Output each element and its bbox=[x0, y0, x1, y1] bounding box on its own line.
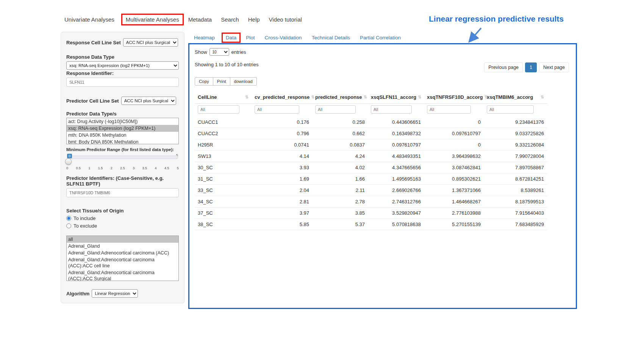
column-filter-input[interactable] bbox=[371, 105, 412, 114]
min-predictor-range-label: Minimum Predictor Range (for first liste… bbox=[66, 147, 179, 152]
value-cell: 0.0741 bbox=[252, 139, 312, 151]
tab-heatmap[interactable]: Heatmap bbox=[194, 35, 215, 41]
nav-item-video-tutorial[interactable]: Video tutorial bbox=[269, 16, 302, 23]
tab-data[interactable]: Data bbox=[222, 33, 241, 43]
column-header-xsqslfn11-accorg[interactable]: xsqSLFN11_accorg⇅ bbox=[368, 91, 424, 104]
listbox-option-act-drug-activity-log10-ic50m[interactable]: act: Drug Activity (-log10[IC50M]) bbox=[67, 118, 178, 125]
value-cell: 1.495695163 bbox=[368, 173, 424, 185]
value-cell: 0 bbox=[424, 117, 484, 128]
column-filter-input[interactable] bbox=[487, 105, 534, 114]
column-filter-input[interactable] bbox=[198, 105, 239, 114]
copy-button[interactable]: Copy bbox=[195, 77, 213, 86]
slider-tick-label: 4.5 bbox=[164, 166, 169, 170]
value-cell: 2.81 bbox=[252, 196, 312, 208]
tissue-origin-list[interactable]: allAdrenal_GlandAdrenal_Gland:Adrenocort… bbox=[66, 236, 179, 281]
algorithm-select[interactable]: Linear Regression bbox=[92, 289, 138, 298]
nav-item-help[interactable]: Help bbox=[248, 16, 260, 23]
tab-technical-details[interactable]: Technical Details bbox=[312, 35, 350, 41]
download-button[interactable]: download bbox=[230, 77, 257, 86]
slider-track[interactable] bbox=[67, 156, 178, 159]
slider-handle[interactable] bbox=[65, 158, 72, 165]
column-filter-input[interactable] bbox=[255, 105, 299, 114]
predictor-identifiers-label: Predictor Identifiers: (Case-Sensitive, … bbox=[66, 175, 179, 187]
annotation-arrow-icon bbox=[466, 27, 484, 44]
value-cell: 4.14 bbox=[252, 151, 312, 162]
min-predictor-range-slider[interactable]: 0 5 00.511.522.533.544.55 bbox=[66, 153, 179, 172]
tissue-origin-label: Select Tissue/s of Origin bbox=[66, 208, 179, 214]
nav-item-univariate-analyses[interactable]: Univariate Analyses bbox=[64, 16, 114, 23]
sort-icon[interactable]: ⇅ bbox=[245, 95, 249, 100]
predictor-data-type-list[interactable]: act: Drug Activity (-log10[IC50M])xsq: R… bbox=[66, 118, 179, 144]
table-filter-row bbox=[195, 104, 547, 117]
sort-icon[interactable]: ⇅ bbox=[541, 95, 544, 100]
listbox-option-mth-dna-850k-methylation[interactable]: mth: DNA 850K Methylation bbox=[67, 132, 178, 139]
include-radio-input[interactable] bbox=[66, 216, 71, 221]
column-header-label: xsqSLFN11_accorg bbox=[371, 94, 416, 100]
slider-value-badge: 0 bbox=[67, 154, 72, 158]
tab-partial-correlation[interactable]: Partial Correlation bbox=[360, 35, 401, 41]
column-header-xsqtmbim6-accorg[interactable]: xsqTMBIM6_accorg⇅ bbox=[484, 91, 547, 104]
column-header-label: cv_predicted_response bbox=[255, 94, 309, 100]
column-header-label: xsqTMBIM6_accorg bbox=[487, 94, 533, 100]
sort-icon[interactable]: ⇅ bbox=[311, 95, 314, 100]
nav-item-multivariate-analyses[interactable]: Multivariate Analyses bbox=[121, 14, 184, 25]
response-cell-line-set-select[interactable]: ACC NCI plus Surgical bbox=[123, 38, 178, 47]
column-header-predicted-response[interactable]: predicted_response⇅ bbox=[312, 91, 368, 104]
value-cell: 7.915640403 bbox=[484, 208, 547, 219]
value-cell: 2.04 bbox=[252, 185, 312, 196]
value-cell: 9.234841376 bbox=[484, 117, 547, 128]
column-header-label: CellLine bbox=[198, 94, 217, 100]
column-header-xsqtnfrsf10d-accorg[interactable]: xsqTNFRSF10D_accorg⇅ bbox=[424, 91, 484, 104]
table-row: 34_SC2.812.782.7463127661.4646682678.187… bbox=[195, 196, 547, 208]
value-cell: 1.66 bbox=[312, 173, 368, 185]
listbox-option-adrenal-gland-adrenocortical-carcinoma-acc[interactable]: Adrenal_Gland:Adrenocortical carcinoma (… bbox=[67, 250, 178, 256]
predictor-identifiers-input[interactable] bbox=[66, 188, 179, 197]
slider-tick-label: 5 bbox=[177, 166, 179, 170]
cellline-cell: 38_SC bbox=[195, 219, 252, 230]
tissue-include-radio[interactable]: To include bbox=[66, 215, 179, 221]
nav-item-metadata[interactable]: Metadata bbox=[188, 16, 212, 23]
listbox-option-xsq-rna-seq-expression-log2-fpkm-1[interactable]: xsq: RNA-seq Expression (log2 FPKM+1) bbox=[67, 125, 178, 132]
results-table: CellLine⇅cv_predicted_response⇅predicted… bbox=[195, 91, 547, 230]
column-header-cellline[interactable]: CellLine⇅ bbox=[195, 91, 252, 104]
value-cell: 3.964398632 bbox=[424, 151, 484, 162]
value-cell: 2.11 bbox=[312, 185, 368, 196]
value-cell: 1.464668267 bbox=[424, 196, 484, 208]
column-filter-input[interactable] bbox=[315, 105, 356, 114]
sort-icon[interactable]: ⇅ bbox=[418, 95, 421, 100]
listbox-option-adrenal-gland-adrenocortical-carcinoma-acc-acc-cell-line[interactable]: Adrenal_Gland:Adrenocortical carcinoma (… bbox=[67, 256, 178, 269]
value-cell: 0.176 bbox=[252, 117, 312, 128]
cellline-cell: H295R bbox=[195, 139, 252, 151]
tissue-exclude-radio[interactable]: To exclude bbox=[66, 223, 179, 229]
value-cell: 0 bbox=[424, 139, 484, 151]
current-page-button[interactable]: 1 bbox=[525, 62, 537, 72]
value-cell: 8.187599513 bbox=[484, 196, 547, 208]
column-header-cv-predicted-response[interactable]: cv_predicted_response⇅ bbox=[252, 91, 312, 104]
table-row: CUACC10.1760.2580.44360665109.234841376 bbox=[195, 117, 547, 128]
value-cell: 0.662 bbox=[312, 128, 368, 139]
listbox-option-adrenal-gland-adrenocortical-carcinoma-acc-acc-surgical[interactable]: Adrenal_Gland:Adrenocortical carcinoma (… bbox=[67, 269, 178, 281]
previous-page-button[interactable]: Previous page bbox=[484, 62, 523, 72]
response-data-type-select[interactable]: xsq: RNA-seq Expression (log2 FPKM+1) bbox=[66, 61, 179, 70]
listbox-option-adrenal-gland[interactable]: Adrenal_Gland bbox=[67, 243, 178, 250]
entries-count-select[interactable]: 10 bbox=[209, 48, 229, 56]
print-button[interactable]: Print bbox=[213, 77, 230, 86]
predictor-cell-line-set-select[interactable]: ACC NCI plus Surgical bbox=[121, 97, 176, 105]
value-cell: 0.895302621 bbox=[424, 173, 484, 185]
listbox-option-bmt-body-dna-850k-methylation[interactable]: bmt: Body DNA 850K Methylation bbox=[67, 139, 178, 144]
response-identifier-label: Response Identifier: bbox=[66, 70, 179, 76]
column-header-label: xsqTNFRSF10D_accorg bbox=[427, 94, 483, 100]
tab-plot[interactable]: Plot bbox=[246, 35, 255, 41]
value-cell: 9.033725826 bbox=[484, 128, 547, 139]
tab-cross-validation[interactable]: Cross-Validation bbox=[265, 35, 302, 41]
nav-item-search[interactable]: Search bbox=[221, 16, 239, 23]
table-row: SW134.144.244.4834933513.9643986327.9907… bbox=[195, 151, 547, 162]
sort-icon[interactable]: ⇅ bbox=[364, 95, 367, 100]
exclude-radio-input[interactable] bbox=[66, 223, 71, 228]
column-filter-input[interactable] bbox=[427, 105, 471, 114]
listbox-option-all[interactable]: all bbox=[67, 236, 178, 243]
value-cell: 4.483493351 bbox=[368, 151, 424, 162]
next-page-button[interactable]: Next page bbox=[539, 62, 569, 72]
table-row: 30_SC3.934.024.3476656563.0874628417.897… bbox=[195, 162, 547, 173]
response-identifier-input[interactable] bbox=[66, 78, 179, 87]
